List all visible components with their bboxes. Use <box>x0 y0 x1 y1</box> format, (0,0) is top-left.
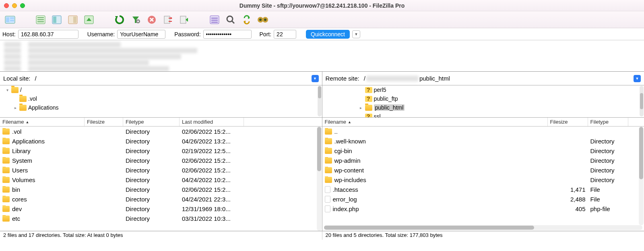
compare-icon[interactable] <box>256 13 270 26</box>
scrollbar[interactable] <box>318 86 322 116</box>
col-filetype[interactable]: Filetype <box>123 118 180 126</box>
table-row[interactable]: LibraryDirectory02/19/2022 12:5... <box>0 146 322 156</box>
folder-icon <box>325 138 332 144</box>
tree-item[interactable]: ▸public_html <box>355 103 644 112</box>
quickconnect-dropdown[interactable]: ▼ <box>352 30 360 38</box>
process-queue-icon[interactable] <box>208 13 221 26</box>
refresh-icon[interactable] <box>113 13 126 26</box>
tree-item[interactable]: public_ftp <box>355 94 644 103</box>
svg-rect-3 <box>10 20 14 21</box>
scrollbar[interactable] <box>640 86 644 116</box>
file-icon <box>325 205 330 212</box>
status-bar: 2 files and 17 directories. Total size: … <box>0 231 644 240</box>
file-icon <box>325 186 330 193</box>
username-input[interactable] <box>117 30 165 39</box>
search-icon[interactable] <box>224 13 237 26</box>
table-row[interactable]: .volDirectory02/06/2022 15:2... <box>0 127 322 136</box>
table-row[interactable]: VolumesDirectory04/24/2022 10:2... <box>0 175 322 185</box>
col-filesize[interactable]: Filesize <box>85 118 123 126</box>
disconnect-icon[interactable] <box>161 13 175 26</box>
horizontal-scrollbar[interactable] <box>324 225 643 230</box>
svg-point-25 <box>259 19 262 21</box>
minimize-icon[interactable] <box>12 3 17 8</box>
table-row[interactable]: UsersDirectory02/06/2022 15:2... <box>0 165 322 175</box>
titlebar: Dummy Site - sftp://yourwow7@162.241.218… <box>0 0 644 11</box>
cancel-icon[interactable] <box>145 13 159 26</box>
local-site-label: Local site: <box>3 75 31 82</box>
local-tree[interactable]: ▾/ .vol▸Applications <box>0 85 322 118</box>
scrollbar[interactable] <box>317 127 322 231</box>
folder-icon <box>325 148 332 154</box>
remote-site-input[interactable]: / public_html <box>362 74 630 83</box>
table-row[interactable]: ApplicationsDirectory04/26/2022 13:2... <box>0 136 322 146</box>
host-input[interactable] <box>18 30 78 39</box>
table-row[interactable]: coresDirectory04/24/2021 22:3... <box>0 194 322 204</box>
password-input[interactable] <box>203 30 252 39</box>
table-row[interactable]: error_log2,488File <box>322 194 644 204</box>
reconnect-icon[interactable] <box>177 13 191 26</box>
svg-line-22 <box>232 21 234 23</box>
tree-item[interactable]: ▸Applications <box>0 103 322 112</box>
folder-icon <box>11 87 19 93</box>
folder-icon <box>2 129 10 135</box>
table-row[interactable]: etcDirectory03/31/2022 10:3... <box>0 214 322 223</box>
folderq-icon <box>365 114 372 118</box>
site-manager-icon[interactable] <box>3 13 17 26</box>
table-row[interactable]: .htaccess1,471File <box>322 185 644 194</box>
tree-item[interactable]: perl5 <box>355 85 644 94</box>
username-label: Username: <box>87 31 115 37</box>
table-row[interactable]: wp-adminDirectory <box>322 156 644 165</box>
scrollbar[interactable] <box>639 127 644 225</box>
local-site-path: / <box>35 75 37 82</box>
folder-icon <box>19 105 27 111</box>
table-row[interactable]: cgi-binDirectory <box>322 146 644 156</box>
toggle-queue-icon[interactable] <box>82 13 96 26</box>
file-icon <box>325 196 330 203</box>
table-row[interactable]: binDirectory02/06/2022 15:2... <box>0 185 322 194</box>
col-filetype[interactable]: Filetype <box>588 118 628 126</box>
port-label: Port: <box>260 31 272 37</box>
col-filename[interactable]: Filename▲ <box>0 118 85 126</box>
folderq-icon <box>365 96 372 102</box>
svg-rect-15 <box>164 16 170 23</box>
sync-browse-icon[interactable] <box>240 13 254 26</box>
table-row[interactable]: wp-includesDirectory <box>322 175 644 185</box>
remote-site-dropdown[interactable]: ▼ <box>634 75 641 82</box>
toggle-remote-tree-icon[interactable] <box>66 13 80 26</box>
zoom-icon[interactable] <box>20 3 25 8</box>
folder-icon <box>325 177 332 183</box>
filter-icon[interactable] <box>129 13 142 26</box>
folder-icon <box>2 196 10 202</box>
table-row[interactable]: index.php405php-file <box>322 204 644 214</box>
folder-icon <box>19 96 27 102</box>
col-lastmod[interactable]: Last modified <box>180 118 244 126</box>
table-row[interactable]: devDirectory12/31/1969 18:0... <box>0 204 322 214</box>
host-label: Host: <box>2 31 16 37</box>
port-input[interactable] <box>274 30 296 39</box>
table-row[interactable]: .well-knownDirectory <box>322 136 644 146</box>
local-site-input[interactable]: / <box>33 74 308 83</box>
tree-item[interactable]: .vol <box>0 94 322 103</box>
quickconnect-button[interactable]: Quickconnect <box>306 30 350 39</box>
toggle-local-tree-icon[interactable] <box>50 13 64 26</box>
table-row[interactable]: wp-contentDirectory <box>322 165 644 175</box>
toolbar <box>0 11 644 28</box>
close-icon[interactable] <box>4 3 9 8</box>
svg-rect-9 <box>53 17 56 23</box>
col-filename[interactable]: Filename▲ <box>322 118 548 126</box>
tree-item[interactable]: ▾/ <box>0 85 322 94</box>
local-file-list: Filename▲ Filesize Filetype Last modifie… <box>0 118 322 231</box>
table-row[interactable]: SystemDirectory02/06/2022 15:2... <box>0 156 322 165</box>
col-filesize[interactable]: Filesize <box>548 118 588 126</box>
local-site-dropdown[interactable]: ▼ <box>312 75 319 82</box>
remote-tree[interactable]: perl5 public_ftp▸public_html ssl <box>322 85 644 118</box>
folder-icon <box>2 187 10 193</box>
folder-icon <box>365 105 372 111</box>
toggle-log-icon[interactable] <box>34 13 47 26</box>
svg-rect-2 <box>10 17 14 19</box>
tree-item[interactable]: ssl <box>355 112 644 118</box>
svg-rect-16 <box>180 16 186 23</box>
folder-icon <box>2 158 10 164</box>
folder-icon <box>2 138 10 144</box>
table-row[interactable]: .. <box>322 127 644 136</box>
